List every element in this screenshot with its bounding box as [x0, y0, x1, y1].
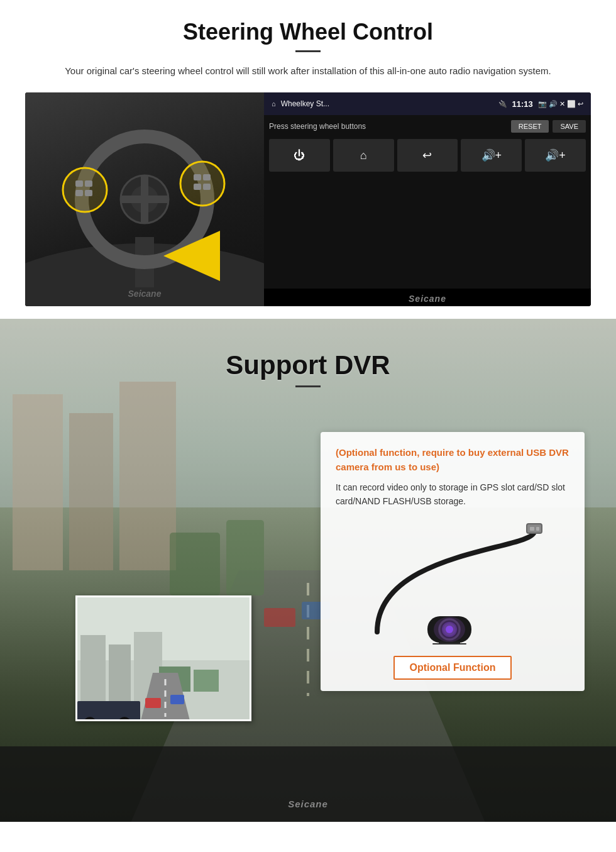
svg-point-12 — [180, 162, 224, 206]
status-icons: 📷 🔊 ✕ ⬜ ↩ — [538, 100, 583, 108]
wk-buttons: RESET SAVE — [511, 120, 586, 133]
svg-rect-45 — [530, 527, 534, 531]
steering-image-composite: Seicane ⌂ Wheelkey St... 🔌 11:13 📷 🔊 ✕ ⬜… — [25, 92, 591, 306]
dvr-info-card: (Optional function, require to buy exter… — [321, 432, 585, 691]
wk-cell-vol-up1[interactable]: 🔊+ — [461, 139, 522, 172]
svg-rect-46 — [536, 527, 539, 531]
dvr-seicane-watermark: Seicane — [288, 799, 328, 809]
reset-button[interactable]: RESET — [511, 120, 549, 133]
dvr-section: Support DVR — [0, 319, 616, 822]
svg-rect-14 — [203, 174, 211, 180]
svg-rect-13 — [194, 174, 201, 180]
steering-wheel-svg: Seicane — [25, 92, 264, 306]
app-name-label: Wheelkey St... — [281, 99, 493, 108]
time-display: 11:13 — [512, 99, 533, 109]
dvr-title: Support DVR — [0, 350, 616, 380]
dvr-screenshot-thumb — [75, 595, 251, 721]
svg-rect-15 — [194, 184, 201, 190]
steering-section: Steering Wheel Control Your original car… — [0, 0, 616, 319]
wk-cell-back[interactable]: ↩ — [397, 139, 458, 172]
wk-cell-vol-up2[interactable]: 🔊+ — [525, 139, 586, 172]
wheelkey-screen: Press steering wheel buttons RESET SAVE … — [264, 115, 591, 289]
svg-point-7 — [63, 168, 107, 212]
wk-instruction: Press steering wheel buttons — [269, 122, 366, 131]
usb-icon: 🔌 — [498, 100, 507, 108]
android-screen: ⌂ Wheelkey St... 🔌 11:13 📷 🔊 ✕ ⬜ ↩ Press… — [264, 92, 591, 306]
svg-rect-6 — [121, 196, 168, 203]
dvr-optional-note: (Optional function, require to buy exter… — [336, 446, 569, 474]
svg-text:Seicane: Seicane — [128, 289, 162, 299]
svg-rect-16 — [203, 184, 211, 190]
home-icon: ⌂ — [272, 100, 276, 108]
svg-rect-10 — [75, 190, 83, 196]
svg-rect-8 — [75, 180, 83, 187]
wk-cell-home[interactable]: ⌂ — [333, 139, 394, 172]
steering-title: Steering Wheel Control — [25, 19, 591, 45]
dvr-description: It can record video only to storage in G… — [336, 480, 569, 509]
steering-description: Your original car's steering wheel contr… — [25, 64, 591, 79]
svg-rect-36 — [194, 670, 219, 692]
svg-rect-39 — [145, 698, 161, 708]
android-topbar: ⌂ Wheelkey St... 🔌 11:13 📷 🔊 ✕ ⬜ ↩ — [264, 92, 591, 115]
dvr-title-divider — [295, 385, 321, 387]
dvr-camera-illustration — [336, 519, 569, 647]
dvr-title-area: Support DVR — [0, 319, 616, 387]
optional-function-badge: Optional Function — [393, 656, 512, 680]
steering-title-divider — [295, 50, 321, 52]
dvr-thumb-svg — [77, 597, 251, 721]
svg-point-55 — [434, 617, 465, 642]
svg-rect-9 — [85, 180, 92, 187]
svg-rect-54 — [432, 643, 466, 645]
save-button[interactable]: SAVE — [553, 120, 586, 133]
steering-wheel-photo: Seicane — [25, 92, 264, 306]
wk-grid: ⏻ ⌂ ↩ 🔊+ 🔊+ — [269, 139, 586, 172]
wk-header: Press steering wheel buttons RESET SAVE — [269, 120, 586, 133]
dvr-camera-svg — [352, 519, 553, 645]
svg-rect-11 — [85, 190, 92, 196]
dvr-screenshot-bg — [77, 597, 250, 719]
wk-cell-power[interactable]: ⏻ — [269, 139, 330, 172]
seicane-watermark-1: Seicane — [264, 289, 591, 306]
svg-rect-40 — [170, 695, 184, 704]
